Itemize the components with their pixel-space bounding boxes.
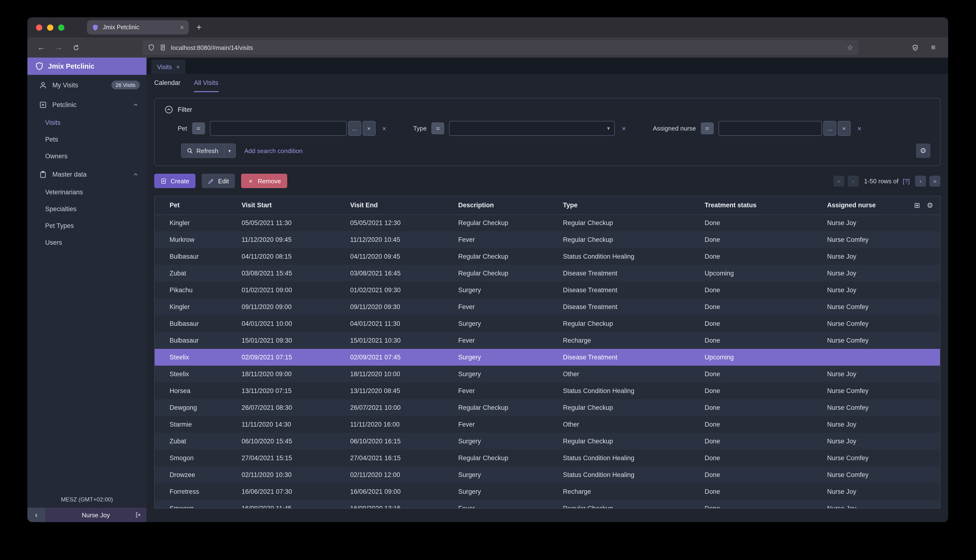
cell-assigned-nurse: Nurse Joy (827, 500, 940, 509)
pagination-last-button[interactable]: » (929, 175, 941, 187)
table-row[interactable]: Zubat06/10/2020 15:4506/10/2020 16:15Sur… (155, 433, 940, 450)
column-header-pet[interactable]: Pet (155, 196, 242, 215)
remove-button[interactable]: × Remove (241, 174, 287, 188)
column-header-type[interactable]: Type (563, 196, 705, 215)
remove-condition-icon[interactable]: × (382, 124, 386, 132)
table-row[interactable]: Dewgong26/07/2021 08:3026/07/2021 10:00R… (155, 399, 940, 416)
sidebar-item-visits[interactable]: Visits (27, 114, 147, 131)
subtab-calendar[interactable]: Calendar (154, 74, 180, 92)
add-search-condition-link[interactable]: Add search condition (244, 147, 302, 154)
site-permissions-icon[interactable] (159, 44, 166, 51)
sidebar-section-petclinic[interactable]: Petclinic (27, 95, 147, 114)
close-window-button[interactable] (36, 24, 42, 30)
sidebar-item-pet-types[interactable]: Pet Types (27, 217, 147, 234)
sidebar-footer: ‹ Nurse Joy (27, 508, 147, 522)
minimize-window-button[interactable] (47, 24, 53, 30)
sidebar-item-specialties[interactable]: Specialties (27, 201, 147, 217)
table-row[interactable]: Drowzee02/11/2020 10:3002/11/2020 12:00S… (155, 467, 940, 483)
column-header-description[interactable]: Description (458, 196, 563, 215)
value-lookup-button[interactable]: … (823, 121, 836, 136)
table-row[interactable]: Zubat03/08/2021 15:4503/08/2021 16:45Reg… (155, 265, 940, 282)
sidebar-item-veterinarians[interactable]: Veterinarians (27, 184, 147, 201)
sidebar-item-pets[interactable]: Pets (27, 131, 147, 148)
browser-tab[interactable]: Jmix Petclinic × (87, 20, 189, 35)
type-select[interactable]: ▾ (450, 121, 615, 136)
tab-close-icon[interactable]: × (176, 63, 180, 70)
bookmark-star-icon[interactable]: ☆ (847, 44, 853, 51)
assigned-nurse-input[interactable] (719, 121, 822, 136)
cell-visit-start: 02/11/2020 10:30 (242, 467, 350, 483)
cell-description: Fever (458, 231, 563, 248)
column-header-visit-start[interactable]: Visit Start (242, 196, 350, 215)
table-settings-gear-icon[interactable]: ⚙ (927, 201, 933, 210)
remove-condition-icon[interactable]: × (622, 124, 626, 132)
sidebar-collapse-button[interactable]: ‹ (27, 508, 45, 522)
pagination-next-button[interactable]: › (915, 175, 926, 187)
sidebar-item-users[interactable]: Users (27, 234, 147, 251)
table-row[interactable]: Kingler05/05/2021 11:3005/05/2021 12:30R… (155, 215, 940, 231)
cell-pet: Kingler (155, 298, 242, 315)
table-row[interactable]: Bulbasaur04/01/2021 10:0004/01/2021 11:3… (155, 315, 940, 332)
pet-input[interactable] (210, 121, 346, 136)
cell-type: Regular Checkup (563, 500, 705, 509)
pagination-prev-button[interactable]: ‹ (848, 175, 859, 187)
maximize-window-button[interactable] (58, 24, 64, 30)
sidebar-item-my-visits[interactable]: My Visits 26 Visits (27, 75, 147, 95)
value-clear-button[interactable]: × (838, 121, 851, 136)
sidebar-item-owners[interactable]: Owners (27, 148, 147, 165)
new-tab-button[interactable]: + (196, 22, 202, 32)
create-button[interactable]: Create (154, 174, 196, 188)
tab-close-icon[interactable]: × (180, 23, 184, 31)
table-row[interactable]: Bulbasaur04/11/2020 08:1504/11/2020 09:4… (155, 248, 940, 265)
table-row[interactable]: Smogon16/09/2020 11:4516/09/2020 13:15Fe… (155, 500, 940, 509)
tab-visits[interactable]: Visits × (151, 60, 186, 74)
cell-description: Regular Checkup (458, 215, 563, 231)
table-row[interactable]: Pikachu01/02/2021 09:0001/02/2021 09:30S… (155, 282, 940, 298)
table-row[interactable]: Forretress16/06/2021 07:3016/06/2021 09:… (155, 483, 940, 500)
table-row[interactable]: Murkrow11/12/2020 09:4511/12/2020 10:45F… (155, 231, 940, 248)
table-row[interactable]: Steelix18/11/2020 09:0018/11/2020 10:00S… (155, 366, 940, 382)
filter-settings-button[interactable]: ⚙ (916, 143, 930, 158)
refresh-button[interactable]: Refresh ▾ (181, 143, 236, 158)
forward-button[interactable]: → (52, 40, 66, 55)
subtab-all-visits[interactable]: All Visits (194, 74, 219, 92)
edit-button[interactable]: Edit (202, 174, 235, 188)
cell-visit-start: 01/02/2021 09:00 (242, 282, 350, 298)
pagination-first-button[interactable]: « (833, 175, 844, 187)
chevron-down-icon[interactable]: ▾ (224, 148, 235, 153)
cell-pet: Steelix (155, 366, 242, 382)
pagination-total-count-link[interactable]: [?] (903, 177, 910, 185)
tracking-protection-shield-icon[interactable] (148, 44, 155, 51)
operator-button[interactable]: = (701, 122, 714, 134)
cell-visit-end: 26/07/2021 10:00 (350, 399, 458, 416)
column-header-treatment-status[interactable]: Treatment status (705, 196, 827, 215)
table-row[interactable]: Smogon27/04/2021 15:1527/04/2021 16:15Re… (155, 450, 940, 467)
table-row[interactable]: Kingler09/11/2020 09:0009/11/2020 09:30F… (155, 298, 940, 315)
url-bar[interactable]: localhost:8080/#main/14/visits ☆ (143, 40, 858, 55)
column-header-visit-end[interactable]: Visit End (350, 196, 458, 215)
table-row[interactable]: Starmie11/11/2020 14:3011/11/2020 16:00F… (155, 416, 940, 433)
reload-button[interactable] (69, 40, 83, 55)
sidebar-section-label: Master data (52, 171, 87, 178)
table-row[interactable]: Steelix02/09/2021 07:1502/09/2021 07:45S… (155, 349, 940, 366)
cell-visit-end: 02/09/2021 07:45 (350, 349, 458, 366)
user-menu[interactable]: Nurse Joy (45, 508, 147, 522)
url-text[interactable]: localhost:8080/#main/14/visits (171, 44, 842, 51)
filter-collapse-icon[interactable] (164, 105, 174, 114)
cell-assigned-nurse: Nurse Comfey (827, 298, 940, 315)
operator-button[interactable]: = (192, 122, 205, 134)
sidebar-section-master-data[interactable]: Master data (27, 165, 147, 184)
cell-treatment-status: Done (705, 282, 827, 298)
table-row[interactable]: Bulbasaur15/01/2021 09:3015/01/2021 10:3… (155, 332, 940, 349)
table-row[interactable]: Horsea13/11/2020 07:1513/11/2020 08:45Fe… (155, 382, 940, 399)
value-lookup-button[interactable]: … (348, 121, 361, 136)
value-clear-button[interactable]: × (363, 121, 375, 136)
back-button[interactable]: ← (34, 40, 48, 55)
extensions-icon[interactable] (908, 40, 922, 55)
remove-condition-icon[interactable]: × (857, 124, 862, 132)
logout-icon[interactable] (135, 512, 142, 518)
cell-pet: Zubat (155, 433, 242, 450)
menu-button[interactable]: ≡ (926, 40, 941, 55)
operator-button[interactable]: = (431, 122, 445, 134)
column-chooser-icon[interactable]: ⊞ (914, 201, 920, 210)
